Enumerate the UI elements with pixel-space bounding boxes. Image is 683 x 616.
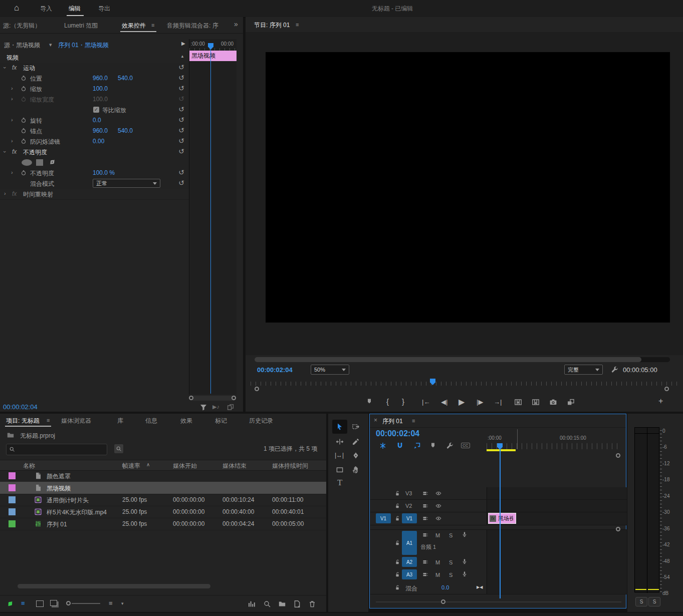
- lock-icon[interactable]: [394, 515, 400, 521]
- freeform-view-button[interactable]: [50, 600, 57, 606]
- effect-row-opacity-group[interactable]: › fx 不透明度 ↺: [0, 147, 189, 158]
- column-media-start[interactable]: 媒体开始: [173, 462, 197, 470]
- lock-icon[interactable]: [394, 490, 400, 496]
- timeline-ruler-ticks[interactable]: [487, 443, 622, 449]
- table-row[interactable]: 样5片4K无水印版.mp4 25.00 fps 00:00:00:00 00:0…: [0, 506, 326, 518]
- snap-magnet-icon[interactable]: [396, 442, 404, 450]
- stopwatch-icon[interactable]: [21, 170, 27, 176]
- list-view-button[interactable]: ≡: [21, 599, 30, 607]
- reset-icon[interactable]: ↺: [178, 127, 184, 134]
- comparison-view-icon[interactable]: [567, 398, 575, 406]
- zoom-slider-handle[interactable]: [66, 601, 71, 605]
- effect-row-motion[interactable]: › fx 运动 ↺: [0, 63, 189, 74]
- track-a1-label[interactable]: A1: [402, 531, 417, 555]
- twirl-open-icon[interactable]: ›: [2, 151, 8, 153]
- reset-icon[interactable]: ↺: [178, 85, 184, 92]
- timeline-vscroll-handle-bottom[interactable]: [616, 527, 620, 531]
- item-name[interactable]: 颜色遮罩: [47, 472, 71, 481]
- tab-info[interactable]: 信息: [145, 417, 157, 425]
- stopwatch-icon[interactable]: [21, 86, 27, 92]
- uniform-scale-checkbox[interactable]: ✓: [93, 107, 99, 113]
- type-tool[interactable]: T: [337, 478, 342, 488]
- reset-icon[interactable]: ↺: [178, 74, 184, 81]
- program-menu-icon[interactable]: ≡: [296, 22, 299, 28]
- track-a1-content[interactable]: [487, 530, 627, 556]
- eye-toggle-icon[interactable]: [435, 515, 441, 521]
- selection-tool[interactable]: [336, 423, 344, 431]
- column-media-end[interactable]: 媒体结束: [222, 462, 247, 470]
- work-area-bar[interactable]: [487, 449, 516, 451]
- program-preview-frame[interactable]: [266, 52, 670, 323]
- track-v3-content[interactable]: [487, 487, 627, 499]
- twirl-closed-icon[interactable]: ›: [11, 117, 13, 123]
- source-assign-icon[interactable]: [422, 532, 428, 538]
- timeline-playhead-line[interactable]: [500, 449, 501, 598]
- mark-in-icon[interactable]: {: [386, 397, 389, 406]
- pen-mask-icon[interactable]: [47, 157, 58, 168]
- timeline-timecode[interactable]: 00:00:02:04: [376, 429, 419, 438]
- sort-options-button[interactable]: ≡: [109, 599, 113, 607]
- rotation-value[interactable]: 0.0: [93, 117, 101, 124]
- ripple-edit-tool[interactable]: [336, 438, 344, 446]
- tab-effects[interactable]: 效果: [180, 417, 192, 425]
- program-title[interactable]: 节目: 序列 01: [254, 21, 290, 30]
- collapse-section-icon[interactable]: ▲: [180, 54, 184, 59]
- program-ruler[interactable]: [251, 382, 678, 386]
- ec-timecode[interactable]: 00:00:02:04: [3, 403, 38, 411]
- mix-track-content[interactable]: [487, 581, 627, 594]
- track-a2-label[interactable]: A2: [402, 557, 417, 567]
- tab-effect-controls[interactable]: 效果控件: [122, 22, 146, 30]
- rectangle-tool[interactable]: [336, 466, 344, 474]
- find-button[interactable]: [114, 444, 123, 453]
- program-scroll-handle-right[interactable]: [664, 387, 669, 391]
- reset-icon[interactable]: ↺: [178, 169, 184, 176]
- zoom-slider-track[interactable]: [72, 603, 100, 604]
- track-v2[interactable]: V2: [370, 500, 626, 512]
- tab-audio-clip-mixer[interactable]: 音频剪辑混合器: 序: [167, 22, 218, 30]
- stopwatch-icon[interactable]: [21, 117, 27, 123]
- label-swatch-blue[interactable]: [9, 508, 16, 515]
- track-v2-label[interactable]: V2: [405, 503, 412, 509]
- timeline-hscroll-track[interactable]: [376, 601, 621, 602]
- chevron-down-icon[interactable]: ▾: [121, 601, 124, 606]
- antiflicker-value[interactable]: 0.00: [93, 138, 104, 145]
- reset-icon[interactable]: ↺: [178, 137, 184, 144]
- close-icon[interactable]: ×: [374, 417, 377, 424]
- track-v3[interactable]: V3: [370, 487, 626, 500]
- track-master-mix[interactable]: 混合 0.0 ▶◀: [370, 581, 626, 594]
- play-button[interactable]: ▶: [459, 397, 465, 407]
- opacity-value[interactable]: 100.0 %: [93, 169, 115, 176]
- icon-view-button[interactable]: [36, 600, 44, 607]
- hand-tool[interactable]: [352, 466, 360, 474]
- twirl-closed-icon[interactable]: ›: [11, 85, 13, 91]
- solo-left-button[interactable]: S: [635, 597, 647, 606]
- goto-out-icon[interactable]: →|: [494, 398, 502, 406]
- project-search-input[interactable]: [6, 444, 107, 455]
- source-assign-icon[interactable]: [422, 503, 428, 509]
- track-v2-content[interactable]: [487, 500, 627, 512]
- track-a1[interactable]: A1 M S 音频 1: [370, 529, 626, 556]
- program-zoom-select[interactable]: 50%: [311, 365, 349, 375]
- delete-trash-icon[interactable]: [308, 600, 316, 608]
- lock-icon[interactable]: [394, 559, 400, 565]
- program-hscrollbar-thumb[interactable]: [255, 357, 641, 362]
- tab-media-browser[interactable]: 媒体浏览器: [61, 417, 91, 425]
- column-media-duration[interactable]: 媒体持续时间: [272, 462, 308, 470]
- new-item-icon[interactable]: [293, 600, 301, 608]
- export-frame-icon[interactable]: [226, 403, 235, 411]
- add-marker-icon[interactable]: [430, 442, 436, 448]
- track-v3-label[interactable]: V3: [405, 490, 412, 496]
- scale-value[interactable]: 100.0: [93, 85, 108, 92]
- position-x-value[interactable]: 960.0: [93, 75, 108, 82]
- table-row-selected[interactable]: 黑场视频: [0, 482, 326, 494]
- play-audio-icon[interactable]: ▶♪: [212, 404, 219, 410]
- solo-button[interactable]: S: [449, 532, 452, 538]
- solo-button[interactable]: S: [449, 559, 452, 565]
- label-swatch-pink[interactable]: [9, 472, 16, 479]
- effect-controls-menu-icon[interactable]: ≡: [151, 22, 154, 28]
- label-swatch-pink[interactable]: [9, 484, 16, 491]
- project-root-folder-icon[interactable]: [7, 431, 15, 439]
- ellipse-mask-icon[interactable]: [22, 159, 32, 166]
- lock-icon[interactable]: [394, 584, 400, 590]
- program-timecode[interactable]: 00:00:02:04: [257, 366, 293, 374]
